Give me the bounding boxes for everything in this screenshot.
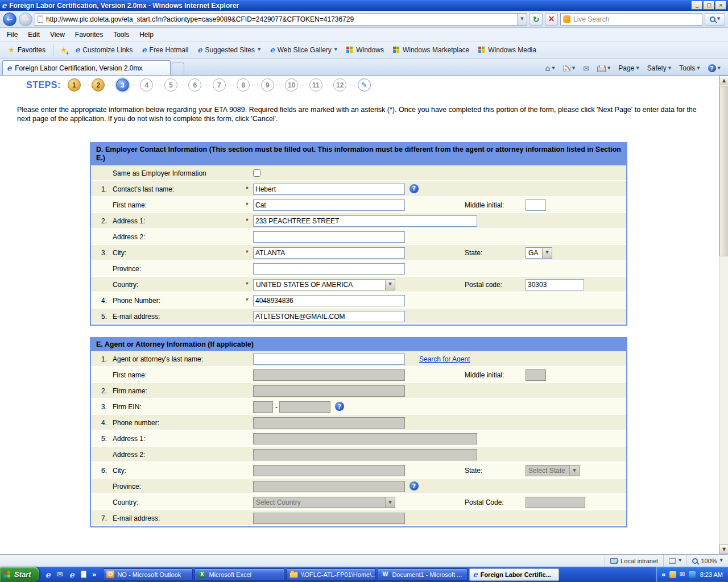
tools-menu-button[interactable]: Tools▼: [677, 63, 701, 73]
step-1[interactable]: 1: [68, 78, 81, 92]
step-6[interactable]: 6: [188, 78, 201, 92]
step-3[interactable]: 3: [116, 78, 129, 92]
step-9[interactable]: 9: [261, 78, 274, 92]
taskbar-button-oflc-atl-fp01-home[interactable]: \\OFLC-ATL-FP01\Home\...: [286, 568, 376, 581]
agent-last-name-input[interactable]: [253, 354, 405, 365]
field-label: Address 2:: [113, 233, 145, 241]
tab-foreign-labor-certification[interactable]: e Foreign Labor Certification, Version 2…: [2, 60, 171, 75]
middle-initial-input[interactable]: [526, 199, 546, 211]
minimize-button[interactable]: _: [692, 1, 702, 10]
zoom-control[interactable]: 100% ▼: [686, 555, 728, 567]
feeds-button[interactable]: ▼: [561, 64, 577, 73]
quick-launch-mail-icon[interactable]: ✉: [55, 569, 65, 580]
favorites-bar: ★ Favorites ★ + eCustomize LinkseFree Ho…: [0, 41, 728, 59]
step-11[interactable]: 11: [309, 78, 322, 92]
scroll-down-button[interactable]: ▼: [719, 544, 728, 554]
contact-first-name-input[interactable]: [253, 199, 405, 211]
safety-menu-button[interactable]: Safety▼: [646, 63, 673, 73]
search-button[interactable]: ▼: [705, 13, 725, 26]
province-input[interactable]: [253, 263, 405, 275]
new-tab-button[interactable]: [172, 63, 184, 75]
tray-expand-icon[interactable]: «: [661, 571, 666, 579]
step-4[interactable]: 4: [140, 78, 153, 92]
read-mail-button[interactable]: ✉: [581, 64, 591, 73]
step-edit[interactable]: ✎: [358, 78, 371, 92]
search-box[interactable]: Live Search: [560, 13, 702, 26]
live-search-icon: [563, 15, 570, 23]
home-button[interactable]: ⌂▼: [543, 63, 556, 73]
taskbar-button-no-microsoft-outlook[interactable]: ONO - Microsoft Outlook: [103, 568, 193, 581]
close-button[interactable]: ×: [715, 1, 726, 10]
scrollbar-thumb[interactable]: [719, 86, 728, 256]
forward-button[interactable]: →: [19, 13, 32, 26]
step-8[interactable]: 8: [237, 78, 250, 92]
stop-button[interactable]: ×: [545, 13, 558, 26]
print-button[interactable]: ▼: [595, 64, 612, 73]
step-7[interactable]: 7: [213, 78, 226, 92]
phone-number-input[interactable]: [253, 295, 405, 306]
refresh-button[interactable]: ↻: [530, 13, 543, 26]
menu-item-file[interactable]: File: [2, 29, 23, 40]
back-button[interactable]: ←: [3, 13, 16, 26]
favorites-item-free-hotmail[interactable]: eFree Hotmail: [137, 44, 193, 56]
favorites-item-windows-marketplace[interactable]: Windows Marketplace: [388, 44, 474, 56]
firm-ein-help-icon[interactable]: ?: [335, 402, 344, 411]
address-field[interactable]: http://www.plc.doleta.gov/eta_start.cfm?…: [35, 13, 527, 26]
step-separator: ···: [203, 81, 211, 89]
favorites-item-web-slice-gallery[interactable]: eWeb Slice Gallery▼: [265, 44, 342, 56]
maximize-button[interactable]: □: [704, 1, 714, 10]
step-10[interactable]: 10: [285, 78, 298, 92]
step-12[interactable]: 12: [333, 78, 346, 92]
taskbar-button-microsoft-excel[interactable]: XMicrosoft Excel: [195, 568, 284, 581]
contact-last-name-help-icon[interactable]: ?: [410, 184, 419, 193]
email-address-input[interactable]: [253, 311, 405, 322]
menu-item-help[interactable]: Help: [134, 29, 159, 40]
scroll-up-button[interactable]: ▲: [719, 76, 728, 85]
favorites-item-suggested-sites[interactable]: eSuggested Sites▼: [193, 44, 265, 56]
help-menu-button[interactable]: ?▼: [706, 63, 722, 73]
mail-icon: ✉: [583, 65, 589, 72]
misc-status-pane[interactable]: ▼: [663, 555, 686, 567]
tray-icon[interactable]: [669, 571, 676, 578]
field-label: Phone Number:: [113, 297, 160, 305]
tray-mail-icon[interactable]: ✉: [679, 571, 686, 578]
menu-item-tools[interactable]: Tools: [108, 29, 134, 40]
step-2[interactable]: 2: [92, 78, 105, 92]
menu-item-edit[interactable]: Edit: [23, 29, 45, 40]
favorites-item-windows[interactable]: Windows: [342, 44, 388, 56]
required-asterisk: *: [246, 297, 249, 305]
menu-item-view[interactable]: View: [45, 29, 70, 40]
tray-icon[interactable]: [689, 571, 696, 578]
ein-dash: -: [275, 403, 278, 411]
menu-item-favorites[interactable]: Favorites: [70, 29, 108, 40]
vertical-scrollbar[interactable]: ▲ ▼: [719, 76, 728, 554]
chevron-down-icon: ▼: [552, 66, 555, 70]
state-select[interactable]: GA▼: [526, 247, 552, 259]
taskbar-button-foreign-labor-certific[interactable]: eForeign Labor Certific...: [469, 568, 559, 581]
quick-launch-ie-icon[interactable]: e: [67, 569, 77, 580]
step-separator: ···: [82, 81, 90, 89]
taskbar-clock[interactable]: 8:23 AM: [699, 571, 723, 578]
quick-launch-page-icon[interactable]: [79, 569, 89, 580]
quick-launch-ie-icon[interactable]: e: [43, 569, 53, 580]
agent-province-help-icon[interactable]: ?: [410, 481, 419, 490]
favorites-item-windows-media[interactable]: Windows Media: [474, 44, 541, 56]
postal-code-input[interactable]: [526, 279, 584, 290]
country-select[interactable]: UNITED STATES OF AMERICA▼: [253, 279, 395, 290]
favorites-button[interactable]: ★ Favorites: [3, 44, 51, 56]
address-1-input[interactable]: [253, 215, 477, 227]
taskbar-button-document1-microsoft[interactable]: WDocument1 - Microsoft ...: [378, 568, 468, 581]
add-to-favorites-bar-button[interactable]: ★ +: [57, 44, 71, 56]
same-as-employer-checkbox[interactable]: [253, 169, 260, 177]
page-menu-button[interactable]: Page▼: [617, 63, 640, 73]
contact-last-name-input[interactable]: [253, 184, 405, 195]
address-dropdown-button[interactable]: ▼: [517, 14, 527, 25]
address-2-input[interactable]: [253, 231, 405, 243]
search-for-agent-link[interactable]: Search for Agent: [419, 355, 470, 363]
favorites-item-customize-links[interactable]: eCustomize Links: [71, 44, 137, 56]
city-input[interactable]: [253, 247, 405, 259]
start-button[interactable]: Start: [0, 567, 39, 582]
taskbar-button-label: NO - Microsoft Outlook: [117, 571, 181, 578]
quick-launch-overflow-chevron[interactable]: »: [91, 571, 98, 579]
step-5[interactable]: 5: [164, 78, 177, 92]
